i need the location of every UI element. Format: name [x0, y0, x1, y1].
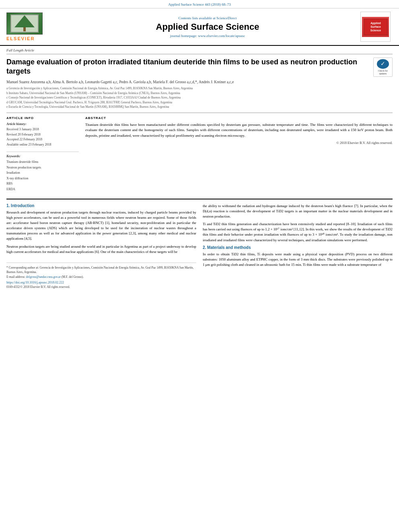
journal-homepage: journal homepage: www.elsevier.com/locat… — [63, 34, 352, 38]
body-right-col: the ability to withstand the radiation a… — [203, 203, 393, 289]
intro-heading: 1. Introduction — [6, 203, 196, 208]
email-suffix: (M.F. del Grosso). — [62, 275, 84, 279]
sciencedirect-info: Contents lists available at ScienceDirec… — [63, 16, 352, 20]
article-container: Full Length Article Damage evaluation of… — [0, 46, 399, 289]
svg-text:Applied: Applied — [370, 22, 381, 25]
svg-text:Science: Science — [370, 29, 381, 32]
affiliation-b: b Instituto Sabato, Universidad Nacional… — [6, 91, 393, 96]
journal-header-center: Contents lists available at ScienceDirec… — [55, 16, 360, 38]
doi-text[interactable]: https://doi.org/10.1016/j.apsusc.2018.02… — [6, 281, 196, 284]
doi-link[interactable]: https://doi.org/10.1016/j.apsusc.2018.02… — [6, 281, 196, 284]
abstract-section-label: ABSTRACT — [85, 116, 393, 120]
available-online-date: Available online 23 February 2018 — [6, 142, 79, 148]
corresponding-author-note: * Corresponding author at: Gerencia de I… — [6, 265, 196, 275]
keywords-list: Titanium deuteride films Neutron product… — [6, 159, 79, 192]
elsevier-tree-icon — [6, 12, 43, 35]
affiliation-c: c Consejo Nacional de Investigaciones Ci… — [6, 96, 393, 100]
check-icon: ✓ — [377, 59, 389, 69]
keywords-label: Keywords: — [6, 154, 79, 158]
journal-header: ELSEVIER Contents lists available at Sci… — [0, 8, 399, 46]
authors-line: Manuel Suarez Anzorena a,b, Alma A. Bert… — [6, 79, 393, 85]
email-address[interactable]: delgross@tandar.cnea.gov.ar — [26, 275, 61, 279]
methods-heading: 2. Materials and methods — [203, 245, 393, 250]
article-info-section-label: ARTICLE INFO — [6, 116, 79, 120]
check-for-updates-badge: ✓ Check for updates — [373, 58, 393, 77]
svg-text:Surface: Surface — [370, 25, 381, 28]
received-date: Received 3 January 2018 — [6, 127, 79, 132]
footnote-area: * Corresponding author at: Gerencia de I… — [6, 263, 196, 289]
email-note: E-mail address: delgross@tandar.cnea.gov… — [6, 275, 196, 279]
body-left-col: 1. Introduction Research and development… — [6, 203, 196, 289]
keyword-4: X-ray diffraction — [6, 176, 79, 181]
accepted-date: Accepted 22 February 2018 — [6, 137, 79, 142]
affiliation-d: d GRUCAM, Universidad Tecnológica Nacion… — [6, 101, 393, 105]
affiliation-a: a Gerencia de Investigación y Aplicacion… — [6, 86, 393, 91]
keyword-6: ERDA — [6, 187, 79, 192]
body-two-col: 1. Introduction Research and development… — [6, 203, 393, 289]
journal-header-right: Applied Surface Science — [360, 12, 393, 42]
keyword-1: Titanium deuteride films — [6, 159, 79, 165]
methods-para1: In order to obtain TiD2 thin films, Ti d… — [203, 252, 393, 268]
article-info-abstract-section: ARTICLE INFO Article history: Received 3… — [6, 113, 393, 192]
journal-title: Applied Surface Science — [63, 22, 352, 32]
copyright-line: © 2018 Elsevier B.V. All rights reserved… — [85, 141, 393, 145]
email-label: E-mail address: — [6, 275, 25, 279]
article-history-block: Article history: Received 3 January 2018… — [6, 122, 79, 148]
keyword-5: RBS — [6, 181, 79, 187]
article-info-col: ARTICLE INFO Article history: Received 3… — [6, 116, 79, 192]
intro-para1: Research and development of neutron prod… — [6, 210, 196, 242]
article-title: Damage evaluation of proton irradiated t… — [6, 58, 369, 76]
affiliations: a Gerencia de Investigación y Aplicacion… — [6, 86, 393, 109]
article-main-header: Damage evaluation of proton irradiated t… — [6, 54, 393, 79]
journal-citation: Applied Surface Science 443 (2018) 68–73 — [0, 0, 399, 8]
check-badge-label: Check for updates — [375, 70, 391, 75]
revised-date: Revised 20 February 2018 — [6, 132, 79, 138]
abstract-text: Titanium deuteride thin films have been … — [85, 122, 393, 139]
homepage-prefix: journal homepage: — [170, 34, 198, 38]
elsevier-logo: ELSEVIER — [6, 12, 55, 41]
body-section: 1. Introduction Research and development… — [6, 199, 393, 289]
journal-header-left: ELSEVIER — [6, 12, 55, 41]
sciencedirect-link-text[interactable]: ScienceDirect — [216, 16, 237, 20]
keyword-2: Neutron production targets — [6, 165, 79, 170]
article-type: Full Length Article — [6, 46, 393, 54]
issn-text: 0169-4332/© 2018 Elsevier B.V. All right… — [6, 285, 196, 289]
intro-right-para2: Ti and TiD2 thin films generation and ch… — [203, 222, 393, 243]
keyword-3: Irradiation — [6, 170, 79, 176]
affiliation-e: e Escuela de Ciencia y Tecnología, Unive… — [6, 105, 393, 109]
journal-logo-box: Applied Surface Science — [360, 12, 391, 42]
sciencedirect-prefix: Contents lists available at — [179, 16, 216, 20]
intro-para2: Neutron production targets are being stu… — [6, 244, 196, 255]
elsevier-brand-text: ELSEVIER — [6, 36, 35, 41]
divider — [6, 152, 79, 152]
homepage-link[interactable]: www.elsevier.com/locate/apsusc — [198, 34, 245, 38]
article-history-label: Article history: — [6, 122, 79, 126]
journal-logo-graphic: Applied Surface Science — [362, 17, 389, 37]
intro-right-para1: the ability to withstand the radiation a… — [203, 203, 393, 220]
citation-text: Applied Surface Science 443 (2018) 68–73 — [168, 2, 231, 6]
abstract-col: ABSTRACT Titanium deuteride thin films h… — [85, 116, 393, 192]
